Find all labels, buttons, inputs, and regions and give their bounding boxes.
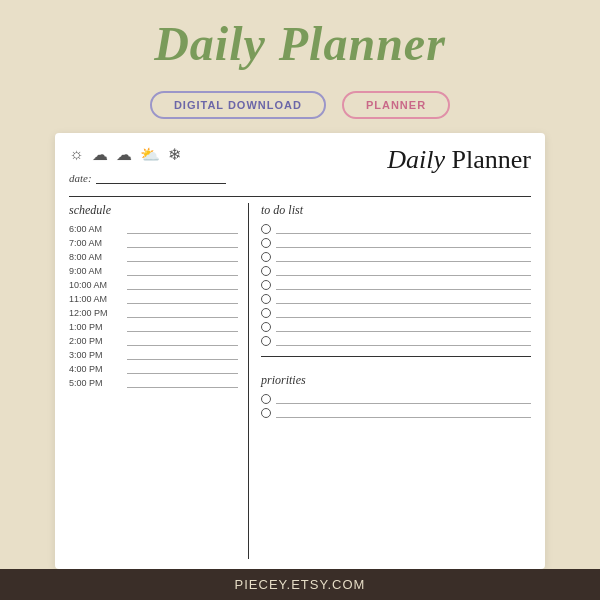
todo-line bbox=[276, 294, 531, 304]
planner-left: ☼ ☁ ☁ ⛅ ❄ date: bbox=[69, 145, 226, 184]
footer-bar: PIECEY.ETSY.COM bbox=[0, 569, 600, 600]
time-line bbox=[127, 336, 238, 346]
todo-label: to do list bbox=[261, 203, 531, 218]
time-100pm: 1:00 PM bbox=[69, 322, 121, 332]
time-line bbox=[127, 378, 238, 388]
todo-item bbox=[261, 336, 531, 346]
sun-icon: ☼ bbox=[69, 145, 84, 164]
time-200pm: 2:00 PM bbox=[69, 336, 121, 346]
time-row: 4:00 PM bbox=[69, 364, 238, 374]
todo-line bbox=[276, 224, 531, 234]
priority-item bbox=[261, 408, 531, 418]
tags-row: DIGITAL DOWNLOAD PLANNER bbox=[150, 91, 450, 119]
time-900am: 9:00 AM bbox=[69, 266, 121, 276]
todo-line bbox=[276, 238, 531, 248]
time-row: 2:00 PM bbox=[69, 336, 238, 346]
todo-line bbox=[276, 322, 531, 332]
todo-item bbox=[261, 266, 531, 276]
todo-line bbox=[276, 336, 531, 346]
time-1200pm: 12:00 PM bbox=[69, 308, 121, 318]
priority-circle bbox=[261, 408, 271, 418]
todo-circle bbox=[261, 280, 271, 290]
time-600am: 6:00 AM bbox=[69, 224, 121, 234]
schedule-column: schedule 6:00 AM 7:00 AM 8:00 AM 9:00 AM bbox=[69, 203, 249, 559]
header-divider bbox=[69, 196, 531, 197]
time-500pm: 5:00 PM bbox=[69, 378, 121, 388]
time-line bbox=[127, 238, 238, 248]
todo-circle bbox=[261, 238, 271, 248]
todo-circle bbox=[261, 308, 271, 318]
time-row: 3:00 PM bbox=[69, 350, 238, 360]
cloud2-icon: ☁ bbox=[116, 145, 132, 164]
time-line bbox=[127, 350, 238, 360]
todo-line bbox=[276, 280, 531, 290]
time-row: 8:00 AM bbox=[69, 252, 238, 262]
todo-item bbox=[261, 224, 531, 234]
todo-circle bbox=[261, 294, 271, 304]
schedule-label: schedule bbox=[69, 203, 238, 218]
time-line bbox=[127, 308, 238, 318]
time-row: 12:00 PM bbox=[69, 308, 238, 318]
priority-line bbox=[276, 408, 531, 418]
time-1100am: 11:00 AM bbox=[69, 294, 121, 304]
time-line bbox=[127, 364, 238, 374]
time-800am: 8:00 AM bbox=[69, 252, 121, 262]
todo-line bbox=[276, 252, 531, 262]
planner-columns: schedule 6:00 AM 7:00 AM 8:00 AM 9:00 AM bbox=[69, 203, 531, 559]
time-row: 10:00 AM bbox=[69, 280, 238, 290]
planner-card: ☼ ☁ ☁ ⛅ ❄ date: Daily Planner schedule bbox=[55, 133, 545, 569]
time-400pm: 4:00 PM bbox=[69, 364, 121, 374]
time-300pm: 3:00 PM bbox=[69, 350, 121, 360]
priorities-divider bbox=[261, 356, 531, 357]
todo-circle bbox=[261, 336, 271, 346]
planner-header: ☼ ☁ ☁ ⛅ ❄ date: Daily Planner bbox=[69, 145, 531, 184]
date-label: date: bbox=[69, 172, 92, 184]
todo-section: to do list bbox=[261, 203, 531, 350]
tag-digital-download: DIGITAL DOWNLOAD bbox=[150, 91, 326, 119]
tag-planner: PLANNER bbox=[342, 91, 450, 119]
priorities-label: priorities bbox=[261, 373, 531, 388]
todo-circle bbox=[261, 252, 271, 262]
time-line bbox=[127, 224, 238, 234]
date-line: date: bbox=[69, 172, 226, 184]
priorities-section: priorities bbox=[261, 373, 531, 422]
priority-line bbox=[276, 394, 531, 404]
todo-line bbox=[276, 266, 531, 276]
cloud-icon: ☁ bbox=[92, 145, 108, 164]
time-line bbox=[127, 294, 238, 304]
date-input-line bbox=[96, 172, 226, 184]
priority-circle bbox=[261, 394, 271, 404]
partly-cloudy-icon: ⛅ bbox=[140, 145, 160, 164]
time-row: 6:00 AM bbox=[69, 224, 238, 234]
weather-icons: ☼ ☁ ☁ ⛅ ❄ bbox=[69, 145, 226, 164]
footer-text: PIECEY.ETSY.COM bbox=[235, 577, 366, 592]
time-line bbox=[127, 266, 238, 276]
time-row: 5:00 PM bbox=[69, 378, 238, 388]
todo-circle bbox=[261, 224, 271, 234]
time-row: 7:00 AM bbox=[69, 238, 238, 248]
time-row: 11:00 AM bbox=[69, 294, 238, 304]
time-line bbox=[127, 280, 238, 290]
time-row: 9:00 AM bbox=[69, 266, 238, 276]
right-column: to do list priorities bbox=[249, 203, 531, 559]
todo-circle bbox=[261, 322, 271, 332]
time-1000am: 10:00 AM bbox=[69, 280, 121, 290]
time-line bbox=[127, 322, 238, 332]
todo-item bbox=[261, 308, 531, 318]
priority-item bbox=[261, 394, 531, 404]
time-row: 1:00 PM bbox=[69, 322, 238, 332]
todo-item bbox=[261, 280, 531, 290]
planner-title-italic: Daily bbox=[387, 145, 445, 174]
todo-item bbox=[261, 238, 531, 248]
todo-item bbox=[261, 294, 531, 304]
time-line bbox=[127, 252, 238, 262]
todo-item bbox=[261, 322, 531, 332]
todo-line bbox=[276, 308, 531, 318]
todo-circle bbox=[261, 266, 271, 276]
page-header: Daily Planner bbox=[154, 0, 446, 81]
planner-title: Daily Planner bbox=[387, 145, 531, 175]
todo-item bbox=[261, 252, 531, 262]
planner-title-regular: Planner bbox=[445, 145, 531, 174]
snow-icon: ❄ bbox=[168, 145, 181, 164]
main-title: Daily Planner bbox=[154, 18, 446, 71]
